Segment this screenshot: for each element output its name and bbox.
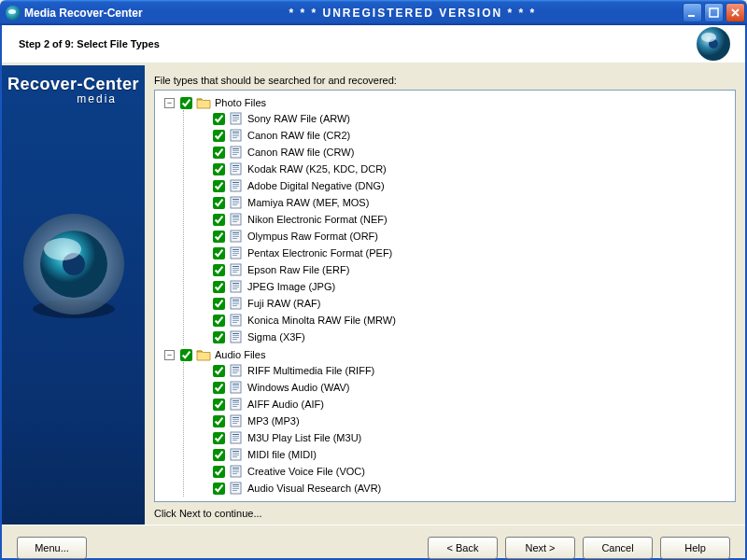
svg-rect-39 [233,204,237,205]
tree-item-label[interactable]: Kodak RAW (K25, KDC, DCR) [247,163,387,175]
tree-checkbox[interactable] [213,365,225,377]
back-button[interactable]: < Back [428,537,498,559]
tree-checkbox[interactable] [213,180,225,192]
tree-checkbox[interactable] [213,399,225,411]
tree-item-label[interactable]: MIDI file (MIDI) [247,449,317,460]
cd-icon [695,25,732,63]
svg-rect-13 [233,119,239,119]
app-icon [6,6,21,21]
tree-item-label[interactable]: RIFF Multimedia File (RIFF) [247,365,374,376]
tree-item-label[interactable]: Sigma (X3F) [247,331,305,343]
tree-item-label[interactable]: Olympus Raw Format (ORF) [247,231,378,242]
svg-rect-106 [233,451,239,452]
minimize-button[interactable] [683,3,702,22]
tree-item-label[interactable]: Fuji RAW (RAF) [247,298,320,309]
tree-item-label[interactable]: Sony RAW File (ARW) [247,113,350,124]
next-button[interactable]: Next > [505,537,575,559]
tree-checkbox[interactable] [213,214,225,226]
window-banner: * * * UNREGISTERED VERSION * * * [143,7,683,20]
tree-item-label[interactable]: JPEG Image (JPG) [247,281,335,292]
svg-rect-98 [233,421,239,422]
tree-checkbox[interactable] [213,315,225,327]
tree-checkbox[interactable] [213,281,225,293]
tree-checkbox[interactable] [213,231,225,243]
svg-rect-1 [710,8,718,17]
svg-rect-54 [233,255,237,256]
svg-rect-88 [233,387,239,388]
help-button[interactable]: Help [660,537,730,559]
svg-rect-108 [233,455,239,455]
prompt-label: File types that should be searched for a… [154,75,736,86]
svg-rect-84 [233,372,237,373]
tree-checkbox[interactable] [213,483,225,495]
svg-rect-113 [233,471,239,472]
brand-subtitle: media [77,92,117,105]
tree-checkbox[interactable] [213,298,225,310]
tree-checkbox[interactable] [213,415,225,427]
tree-expander[interactable]: − [164,350,175,360]
tree-group-label[interactable]: Audio Files [215,349,265,360]
tree-checkbox[interactable] [213,466,225,478]
tree-checkbox[interactable] [213,382,225,394]
svg-rect-68 [233,303,239,304]
svg-rect-43 [233,219,239,220]
tree-checkbox[interactable] [180,97,192,109]
tree-item-label[interactable]: M3U Play List File (M3U) [247,432,361,443]
svg-rect-36 [233,199,239,200]
tree-item-label[interactable]: Konica Minolta RAW File (MRW) [247,315,396,326]
tree-item-label[interactable]: Audio Visual Research (AVR) [247,483,381,494]
tree-checkbox[interactable] [213,432,225,444]
tree-checkbox[interactable] [213,247,225,259]
tree-item-label[interactable]: Pentax Electronic Format (PEF) [247,247,392,259]
button-bar: Menu... < Back Next > Cancel Help [2,525,745,560]
svg-rect-17 [233,133,239,134]
wizard-step-title: Step 2 of 9: Select File Types [19,38,160,49]
maximize-button[interactable] [704,3,724,22]
window-title: Media Recover-Center [24,7,143,20]
tree-item-label[interactable]: AIFF Audio (AIF) [247,399,324,410]
svg-rect-22 [233,150,239,151]
tree-group-label[interactable]: Photo Files [215,97,266,108]
close-button[interactable] [726,3,745,22]
tree-item-label[interactable]: Mamiya RAW (MEF, MOS) [247,197,369,208]
tree-item-label[interactable]: MP3 (MP3) [247,415,300,427]
svg-rect-76 [233,333,239,334]
brand-title: Recover-Center [7,75,139,94]
svg-rect-109 [233,456,237,457]
tree-checkbox[interactable] [213,113,225,125]
svg-rect-33 [233,186,239,187]
tree-item-label[interactable]: Canon RAW file (CRW) [247,147,354,158]
tree-checkbox[interactable] [213,331,225,343]
tree-expander[interactable]: − [164,98,175,108]
cancel-button[interactable]: Cancel [583,537,653,559]
folder-icon [196,348,211,361]
tree-checkbox[interactable] [213,197,225,209]
file-icon [229,230,244,243]
svg-rect-28 [233,169,239,170]
menu-button[interactable]: Menu... [17,537,87,559]
tree-item-label[interactable]: Nikon Electronic Format (NEF) [247,214,388,225]
file-icon [229,162,244,175]
file-icon [229,179,244,192]
tree-checkbox[interactable] [213,449,225,461]
tree-item-label[interactable]: Creative Voice File (VOC) [247,466,365,477]
tree-checkbox[interactable] [213,163,225,175]
tree-item-label[interactable]: Adobe Digital Negative (DNG) [247,180,385,191]
svg-rect-77 [233,335,239,336]
file-icon [229,364,244,377]
svg-rect-91 [233,400,239,401]
svg-rect-41 [233,216,239,217]
tree-checkbox[interactable] [213,130,225,142]
tree-checkbox[interactable] [213,147,225,159]
svg-rect-16 [233,132,239,133]
svg-rect-111 [233,468,239,469]
file-icon [229,465,244,478]
tree-item-label[interactable]: Epson Raw File (ERF) [247,264,349,275]
file-types-tree[interactable]: −Photo FilesSony RAW File (ARW)Canon RAW… [154,90,736,502]
tree-item-label[interactable]: Windows Audio (WAV) [247,382,349,393]
tree-checkbox[interactable] [213,264,225,276]
tree-item-label[interactable]: Canon RAW file (CR2) [247,130,350,141]
tree-checkbox[interactable] [180,349,192,361]
svg-rect-29 [233,171,237,172]
svg-rect-67 [233,301,239,302]
